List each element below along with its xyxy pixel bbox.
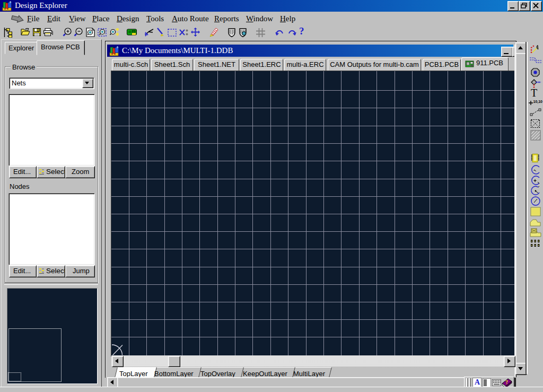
svg-text:10,10: 10,10 — [533, 100, 543, 104]
